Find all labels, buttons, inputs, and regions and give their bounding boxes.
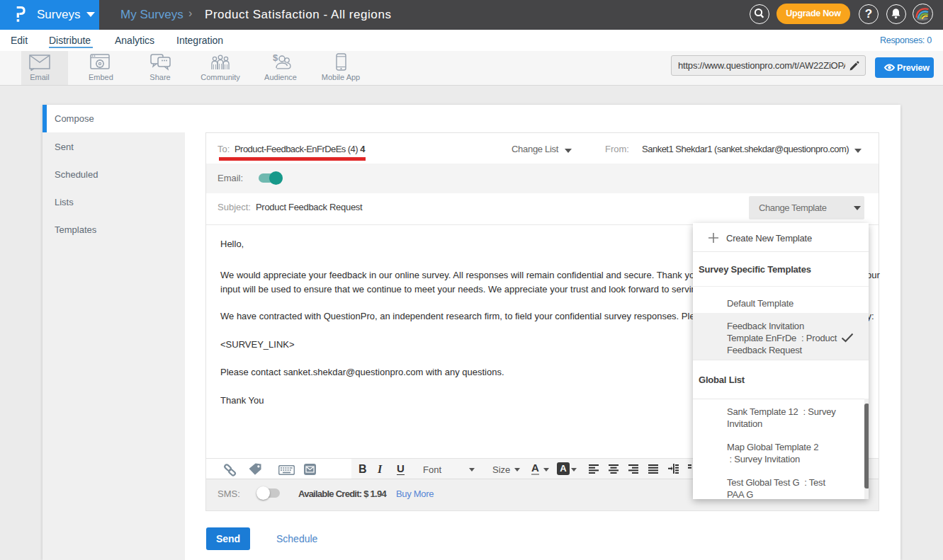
svg-text:$: $ (273, 53, 278, 63)
